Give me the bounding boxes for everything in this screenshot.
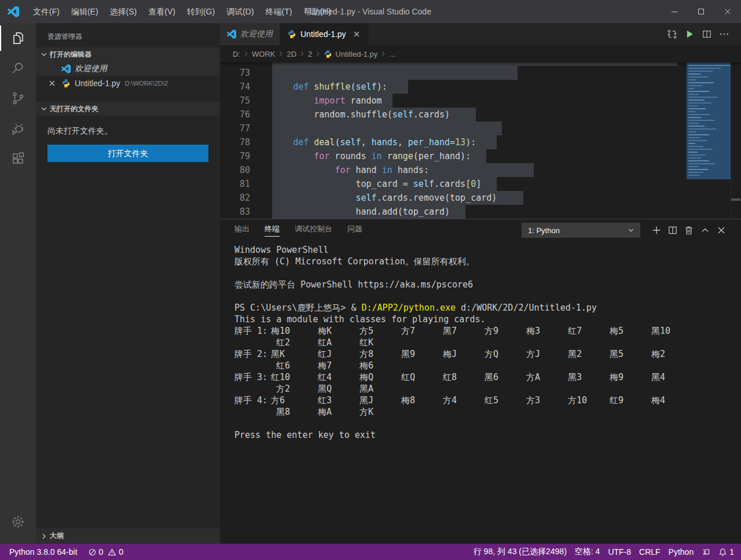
section-outline[interactable]: 大纲 [36, 528, 220, 544]
panel-tab-调试控制台[interactable]: 调试控制台 [295, 219, 332, 241]
tab-untitled-1[interactable]: Untitled-1.py [280, 23, 369, 45]
terminal-line: 牌手 4:方6红3黑J梅8方4红5方3方10红9梅4 [234, 395, 741, 406]
plus-icon [651, 225, 662, 235]
feedback-button[interactable] [702, 548, 710, 557]
chevron-right-icon [298, 50, 306, 58]
menu-item[interactable]: 编辑(E) [65, 0, 104, 23]
encoding-status[interactable]: UTF-8 [608, 547, 631, 557]
code-line-76[interactable]: 76 random.shuffle(self.cards) [220, 108, 687, 121]
open-editor-welcome[interactable]: 欢迎使用 [36, 61, 220, 76]
panel-tab-输出[interactable]: 输出 [234, 219, 250, 241]
terminal-line [234, 267, 741, 279]
new-terminal-button[interactable] [648, 222, 665, 238]
minimap-selection [687, 62, 731, 179]
chevron-right-icon [277, 50, 285, 58]
editor-tab-bar: 欢迎使用 Untitled-1.py [220, 23, 741, 45]
section-open-editors[interactable]: 打开的编辑器 [36, 47, 220, 61]
sidebar-item-search[interactable] [0, 53, 36, 83]
code-line-75[interactable]: 75 import random [220, 94, 687, 108]
problems-status[interactable]: 0 0 [88, 547, 129, 557]
split-terminal-button[interactable] [665, 222, 681, 238]
menu-item[interactable]: 文件(F) [27, 0, 65, 23]
feedback-icon [702, 548, 710, 557]
python-interpreter-status[interactable]: Python 3.8.0 64-bit [9, 547, 78, 557]
run-icon [684, 28, 695, 40]
language-mode-status[interactable]: Python [669, 547, 694, 557]
menu-item[interactable]: 查看(V) [142, 0, 181, 23]
open-editor-untitled[interactable]: Untitled-1.py D:\WORK\2D\2 [36, 76, 220, 90]
open-editor-label: 欢迎使用 [75, 64, 107, 74]
terminal-selector[interactable]: 1: Python [522, 223, 640, 238]
manage-settings-button[interactable] [0, 507, 36, 537]
panel-header: 输出终端调试控制台问题 1: Python [220, 219, 741, 241]
open-editor-path: D:\WORK\2D\2 [125, 80, 168, 87]
close-tab-icon[interactable] [352, 30, 361, 39]
sidebar-title: 资源管理器 [36, 23, 220, 47]
chevron-down-icon [39, 104, 49, 113]
menu-item[interactable]: 选择(S) [104, 0, 143, 23]
chevron-right-icon [379, 50, 387, 58]
minimap[interactable] [687, 62, 731, 219]
editor-group: 欢迎使用 Untitled-1.py [220, 23, 741, 544]
tab-welcome[interactable]: 欢迎使用 [220, 23, 280, 45]
notifications-button[interactable]: 1 [718, 547, 734, 557]
code-line-79[interactable]: 79 for rounds in range(per_hand): [220, 149, 687, 163]
sidebar-item-explorer[interactable] [0, 23, 36, 53]
breadcrumb-item[interactable]: ... [389, 50, 395, 58]
line-number: 76 [220, 108, 272, 121]
breadcrumb-item[interactable]: 2D [287, 50, 296, 58]
section-no-folder[interactable]: 无打开的文件夹 [36, 102, 220, 116]
terminal-output[interactable]: Windows PowerShell版权所有 (C) Microsoft Cor… [220, 241, 741, 544]
eol-status[interactable]: CRLF [639, 547, 661, 557]
maximize-button[interactable] [688, 0, 714, 23]
maximize-panel-button[interactable] [697, 222, 713, 238]
code-line-80[interactable]: 80 for hand in hands: [220, 163, 687, 177]
close-panel-button[interactable] [713, 222, 729, 238]
open-folder-button[interactable]: 打开文件夹 [47, 145, 208, 162]
chevron-down-icon [39, 50, 49, 59]
menu-bar: 文件(F)编辑(E)选择(S)查看(V)转到(G)调试(D)终端(T)帮助(H) [27, 0, 337, 23]
code-line-74[interactable]: 74 def shuffle(self): [220, 80, 687, 94]
kill-terminal-button[interactable] [681, 222, 697, 238]
sidebar-item-debug[interactable] [0, 113, 36, 143]
vscode-logo-icon [61, 64, 71, 73]
more-actions-button[interactable] [716, 25, 733, 43]
split-editor-button[interactable] [698, 25, 716, 43]
run-file-button[interactable] [681, 25, 698, 43]
editor-scrollbar[interactable] [731, 62, 741, 219]
scrollbar-thumb[interactable] [731, 198, 740, 201]
terminal-line: 方2黑Q黑A [234, 383, 741, 395]
cursor-position-status[interactable]: 行 98, 列 43 (已选择2498) [474, 547, 567, 557]
code-line-83[interactable]: 83 hand.add(top_card) [220, 205, 687, 219]
code-line-81[interactable]: 81 top_card = self.cards[0] [220, 177, 687, 191]
open-changes-button[interactable] [663, 25, 681, 43]
line-number: 83 [220, 205, 272, 219]
search-icon [10, 61, 25, 76]
breadcrumb-item[interactable]: 2 [308, 50, 312, 58]
breadcrumb-item[interactable]: D: [233, 50, 240, 58]
code-line-77[interactable]: 77 [220, 121, 687, 135]
chevron-right-icon [242, 50, 250, 58]
menu-item[interactable]: 终端(T) [260, 0, 298, 23]
indentation-status[interactable]: 空格: 4 [575, 547, 600, 557]
panel-tab-终端[interactable]: 终端 [265, 219, 280, 241]
terminal-line: Press the enter key to exit [234, 429, 741, 441]
sidebar-item-extensions[interactable] [0, 143, 36, 174]
code-line-78[interactable]: 78 def deal(self, hands, per_hand=13): [220, 135, 687, 149]
minimize-button[interactable] [661, 0, 688, 23]
code-line-82[interactable]: 82 self.cards.remove(top_card) [220, 191, 687, 205]
python-file-icon [287, 30, 296, 39]
close-editor-icon[interactable] [47, 79, 57, 88]
panel-tab-问题[interactable]: 问题 [347, 219, 362, 241]
sidebar-item-source-control[interactable] [0, 83, 36, 113]
warnings-icon [108, 548, 116, 557]
breadcrumb-item[interactable]: WORK [252, 50, 275, 58]
code-editor[interactable]: 73 74 def shuffle(self): 75 import rando… [220, 62, 741, 219]
terminal-line: PS C:\Users\鹿野上悠马> & D:/APP2/python.exe … [234, 302, 741, 314]
code-line-73[interactable]: 73 [220, 66, 687, 80]
menu-item[interactable]: 调试(D) [221, 0, 259, 23]
menu-item[interactable]: 转到(G) [181, 0, 221, 23]
breadcrumb-item[interactable]: Untitled-1.py [335, 50, 377, 58]
close-window-button[interactable] [714, 0, 741, 23]
split-terminal-icon [667, 225, 678, 235]
